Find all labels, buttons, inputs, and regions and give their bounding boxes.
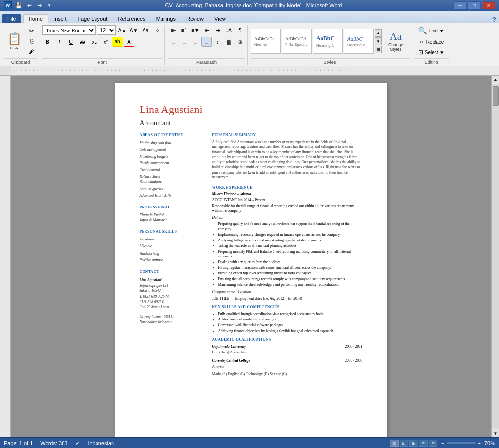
save-button[interactable]: 💾: [15, 1, 23, 10]
clipboard-sub-buttons: ✂ ⎘ 🖌: [26, 26, 37, 56]
grow-font-button[interactable]: A▲: [117, 25, 128, 35]
duties-list: Preparing quality and focused analytical…: [212, 222, 363, 287]
skill-2: Ad-hoc financial modelling and analysis.: [218, 317, 363, 322]
redo-button[interactable]: ↪: [35, 1, 44, 10]
language-indicator[interactable]: Indonesian: [88, 440, 114, 446]
strikethrough-button[interactable]: ab: [77, 37, 88, 47]
style-normal[interactable]: AaBbCcDd Normal: [251, 29, 281, 54]
skill-4: Achieving finance objectives by having a…: [218, 329, 363, 334]
zoom-level[interactable]: 70%: [484, 440, 495, 446]
italic-button[interactable]: I: [54, 37, 64, 47]
qual2-name: Coventry Central College: [212, 358, 250, 363]
style-h1-label: Heading 1: [316, 43, 334, 48]
spell-check-icon[interactable]: ✓: [75, 440, 80, 447]
borders-button[interactable]: ⊞: [235, 37, 245, 47]
contact-extra: Driving license: SIM C Nationality: Indo…: [140, 314, 203, 325]
word-count: Words: 383: [40, 440, 67, 446]
zoom-slider[interactable]: [447, 442, 476, 444]
show-marks-button[interactable]: ¶: [235, 25, 245, 35]
undo-button[interactable]: ↩: [25, 1, 33, 10]
tab-page-layout[interactable]: Page Layout: [72, 14, 113, 23]
vertical-scrollbar[interactable]: ▲ ▼: [491, 76, 499, 437]
window-title: CV_Accounting_Bahasa_Ingriss.doc [Compat…: [54, 2, 453, 8]
ruler-corner: [0, 66, 11, 75]
align-left-button[interactable]: ≡: [168, 37, 178, 47]
superscript-button[interactable]: x²: [100, 37, 111, 47]
multilevel-button[interactable]: ≡▼: [190, 25, 201, 35]
web-layout-button[interactable]: ⊞: [409, 440, 418, 447]
styles-scroll-up[interactable]: ▲: [375, 29, 382, 37]
duty-1: Preparing quality and focused analytical…: [218, 222, 363, 231]
styles-scroll-down[interactable]: ▼: [375, 37, 382, 45]
draft-button[interactable]: ≡: [429, 440, 437, 447]
sort-button[interactable]: ↕A: [224, 25, 234, 35]
cut-button[interactable]: ✂: [26, 26, 37, 36]
style-heading2[interactable]: AaBbC Heading 2: [344, 29, 374, 54]
outline-button[interactable]: ≡: [419, 440, 428, 447]
indent-button[interactable]: ⇥: [212, 25, 223, 35]
scroll-down-button[interactable]: ▼: [492, 430, 499, 437]
maximize-button[interactable]: □: [468, 1, 481, 9]
copy-button[interactable]: ⎘: [26, 36, 37, 46]
print-layout-button[interactable]: ▤: [390, 440, 399, 447]
select-button[interactable]: ⊡ Select ▼: [416, 48, 447, 57]
expertise-item-5: Credit control: [140, 168, 203, 173]
line-spacing-button[interactable]: ↕: [212, 37, 223, 47]
style-no-spacing[interactable]: AaBbCcDd ¶ No Spaci...: [282, 29, 312, 54]
text-highlight-button[interactable]: ab: [112, 37, 123, 47]
status-bar: Page: 1 of 1 Words: 383 ✓ Indonesian ▤ ⊡…: [0, 437, 499, 448]
change-styles-label: ChangeStyles: [388, 42, 403, 52]
styles-expand[interactable]: ⊞: [375, 46, 382, 53]
expertise-item-7: Account queries: [140, 187, 203, 192]
shrink-font-button[interactable]: A▼: [129, 25, 139, 35]
tab-mailings[interactable]: Mailings: [151, 14, 181, 23]
clear-formatting-button[interactable]: ✧: [152, 25, 162, 35]
align-right-button[interactable]: ≡: [190, 37, 201, 47]
font-color-button[interactable]: A: [124, 37, 134, 47]
bullets-button[interactable]: ≡•: [168, 25, 178, 35]
tab-home[interactable]: Home: [23, 14, 48, 24]
format-painter-button[interactable]: 🖌: [26, 47, 37, 56]
areas-expertise-header: AREAS OF EXPERTISE: [140, 133, 203, 138]
job-desc-1: Responsible for the full range of financ…: [212, 204, 363, 213]
paste-button[interactable]: 📋 Paste: [4, 31, 25, 52]
font-size-select[interactable]: 12: [97, 25, 116, 35]
subscript-button[interactable]: x₂: [89, 37, 99, 47]
tab-view[interactable]: View: [209, 14, 231, 23]
outdent-button[interactable]: ⇤: [201, 25, 212, 35]
font-name-select[interactable]: Times New Roman: [42, 25, 96, 35]
expertise-item-6: Balance SheetReconciliations: [140, 175, 203, 184]
scroll-up-button[interactable]: ▲: [492, 76, 499, 83]
minimize-button[interactable]: ─: [453, 1, 466, 9]
scroll-track[interactable]: [492, 84, 499, 429]
find-button[interactable]: 🔍 Find ▼: [416, 25, 446, 36]
change-case-button[interactable]: Aa: [140, 25, 151, 35]
bold-button[interactable]: B: [42, 37, 53, 47]
company1-name: Muara Finance – Jakarta: [212, 192, 363, 197]
tab-insert[interactable]: Insert: [48, 14, 72, 23]
view-buttons: ▤ ⊡ ⊞ ≡ ≡: [390, 440, 437, 447]
change-styles-button[interactable]: Aa ChangeStyles: [383, 29, 409, 54]
replace-button[interactable]: ↔ Replace: [417, 37, 447, 47]
zoom-out-button[interactable]: −: [441, 440, 444, 446]
tab-file[interactable]: File: [2, 14, 21, 23]
close-button[interactable]: ✕: [483, 1, 495, 9]
zoom-in-button[interactable]: +: [478, 440, 481, 446]
scroll-thumb[interactable]: [493, 86, 499, 106]
underline-button[interactable]: U: [65, 37, 76, 47]
expertise-item-3: Monitoring budgets: [140, 154, 203, 159]
qual2-years: 2005 - 2008: [345, 358, 362, 363]
tab-references[interactable]: References: [113, 14, 150, 23]
style-normal-label: Normal: [254, 42, 267, 47]
style-heading1[interactable]: AaBbC Heading 1: [313, 29, 343, 54]
align-center-button[interactable]: ≡: [179, 37, 190, 47]
justify-button[interactable]: ≡: [201, 37, 212, 47]
full-screen-button[interactable]: ⊡: [400, 440, 408, 447]
numbering-button[interactable]: ≡1: [179, 25, 190, 35]
shading-button[interactable]: ▓: [224, 37, 234, 47]
tab-review[interactable]: Review: [181, 14, 209, 23]
help-button[interactable]: ?: [492, 16, 496, 23]
style-nospace-preview: AaBbCcDd: [285, 36, 306, 41]
document-scroll-area[interactable]: Lina Agustiani Accountant AREAS OF EXPER…: [11, 76, 491, 437]
qat-dropdown-button[interactable]: ▼: [45, 1, 54, 10]
